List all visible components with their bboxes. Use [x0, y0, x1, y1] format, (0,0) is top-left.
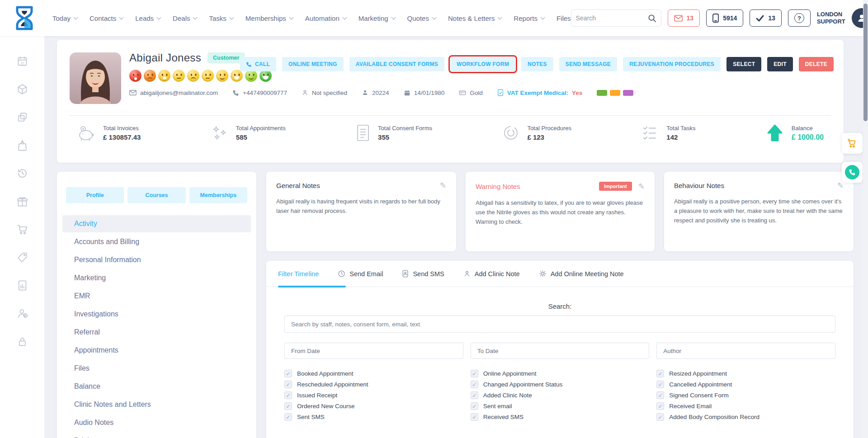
menu-item-drinks[interactable]: Drinks: [62, 432, 251, 438]
mood-emoji-3[interactable]: [158, 70, 170, 82]
menu-item-personal-information[interactable]: Personal Information: [62, 251, 251, 268]
nav-reports[interactable]: Reports: [514, 14, 544, 22]
checkbox-checked[interactable]: [284, 381, 292, 388]
package-icon[interactable]: [16, 83, 28, 95]
delete-button[interactable]: DELETE: [799, 57, 834, 71]
nav-marketing[interactable]: Marketing: [359, 14, 395, 22]
mood-emoji-4[interactable]: [173, 70, 185, 82]
mood-emoji-2[interactable]: [144, 70, 156, 82]
checkbox-checked[interactable]: [656, 381, 664, 388]
report-chart-icon[interactable]: [16, 279, 28, 292]
mood-emoji-10[interactable]: [259, 70, 272, 82]
help-button[interactable]: ?: [788, 9, 811, 27]
menu-item-balance[interactable]: Balance: [62, 378, 251, 395]
page-scrollbar[interactable]: [863, 0, 868, 438]
to-date-input[interactable]: [471, 343, 650, 359]
filter-received-email[interactable]: Received Email: [656, 402, 835, 410]
floating-cart-button[interactable]: [842, 133, 863, 154]
rejuvenation-procedures-button[interactable]: REJUVENATION PROCEDURES: [623, 57, 721, 71]
edit-pencil-icon[interactable]: ✎: [638, 183, 645, 190]
filter-added-clinic-note[interactable]: Added Clinic Note: [471, 391, 650, 399]
menu-item-activity[interactable]: Activity: [62, 215, 251, 232]
select-button[interactable]: SELECT: [726, 57, 761, 71]
mood-emoji-9[interactable]: [245, 70, 257, 82]
nav-leads[interactable]: Leads: [135, 14, 160, 22]
checkbox-checked[interactable]: [471, 381, 478, 388]
checkbox-checked[interactable]: [284, 402, 292, 410]
mood-emoji-6[interactable]: [202, 70, 214, 82]
checkbox-checked[interactable]: [284, 391, 292, 399]
checkbox-checked[interactable]: [656, 391, 664, 399]
checkbox-checked[interactable]: [656, 402, 664, 410]
notes-button[interactable]: NOTES: [521, 57, 553, 71]
search-input[interactable]: [576, 14, 648, 22]
price-tag-icon[interactable]: [16, 251, 28, 264]
tab-add-online-meeting-note[interactable]: Add Online Meeting Note: [539, 270, 624, 278]
menu-item-marketing[interactable]: Marketing: [62, 269, 251, 287]
filter-rescheduled-appointment[interactable]: Rescheduled Appointment: [284, 381, 463, 388]
checkbox-checked[interactable]: [471, 402, 478, 410]
menu-item-accounts-billing[interactable]: Accounts and Billing: [62, 233, 251, 250]
checkbox-checked[interactable]: [471, 391, 478, 399]
lock-icon[interactable]: [16, 335, 28, 348]
calendar-icon[interactable]: 12: [16, 55, 28, 67]
menu-item-files[interactable]: Files: [62, 360, 251, 377]
nav-quotes[interactable]: Quotes: [407, 14, 436, 22]
available-consent-forms-button[interactable]: AVAILABLE CONSENT FORMS: [349, 57, 444, 71]
timeline-search-input[interactable]: [284, 316, 835, 333]
tab-send-email[interactable]: Send Email: [338, 270, 383, 278]
filter-added-body-composition-record[interactable]: Added Body Composition Record: [656, 413, 835, 421]
cart-icon[interactable]: [16, 223, 28, 235]
checkbox-checked[interactable]: [284, 413, 292, 421]
edit-pencil-icon[interactable]: ✎: [440, 182, 446, 189]
search-icon[interactable]: [648, 14, 656, 23]
checkbox-checked[interactable]: [284, 370, 292, 377]
menu-item-clinic-notes-letters[interactable]: Clinic Notes and Letters: [62, 396, 251, 413]
history-icon[interactable]: [16, 167, 28, 179]
task-count-badge[interactable]: 13: [750, 9, 782, 27]
sms-count-badge[interactable]: 5914: [706, 9, 743, 27]
checkbox-checked[interactable]: [471, 370, 478, 377]
mood-emoji-5[interactable]: [187, 70, 199, 82]
support-person-icon[interactable]: [16, 307, 28, 320]
tag-purple[interactable]: [623, 90, 633, 96]
tab-courses[interactable]: Courses: [127, 187, 185, 203]
filter-sent-email[interactable]: Sent email: [471, 402, 650, 410]
filter-online-appointment[interactable]: Online Appointment: [471, 370, 650, 377]
tag-green[interactable]: [597, 90, 607, 96]
nav-deals[interactable]: Deals: [173, 14, 197, 22]
checkbox-checked[interactable]: [471, 413, 478, 421]
checkbox-checked[interactable]: [656, 413, 664, 421]
nav-files[interactable]: Files: [557, 14, 571, 22]
menu-item-referral[interactable]: Referral: [62, 324, 251, 341]
tag-orange[interactable]: [610, 90, 620, 96]
copy-icon[interactable]: [16, 111, 28, 123]
mood-emoji-1[interactable]: [129, 70, 142, 82]
filter-booked-appointment[interactable]: Booked Appointment: [284, 370, 463, 377]
menu-item-emr[interactable]: EMR: [62, 287, 251, 305]
nav-contacts[interactable]: Contacts: [90, 14, 123, 22]
nav-tasks[interactable]: Tasks: [209, 14, 233, 22]
customer-photo[interactable]: [70, 52, 121, 104]
edit-pencil-icon[interactable]: ✎: [837, 182, 844, 189]
filter-ordered-new-course[interactable]: Ordered New Course: [284, 402, 463, 410]
from-date-input[interactable]: [284, 343, 463, 359]
filter-received-sms[interactable]: Received SMS: [471, 413, 650, 421]
menu-item-audio-notes[interactable]: Audio Notes: [62, 414, 251, 431]
nav-notes-letters[interactable]: Notes & Letters: [448, 14, 501, 22]
email-count-badge[interactable]: 13: [668, 9, 700, 27]
filter-cancelled-appointment[interactable]: Cancelled Appointment: [656, 381, 835, 388]
menu-item-investigations[interactable]: Investigations: [62, 306, 251, 323]
checkbox-checked[interactable]: [656, 370, 664, 377]
order-bag-icon[interactable]: [16, 139, 28, 151]
mood-emoji-7[interactable]: [216, 70, 228, 82]
mood-emoji-8[interactable]: [231, 70, 243, 82]
menu-item-appointments[interactable]: Appointments: [62, 342, 251, 359]
tab-profile[interactable]: Profile: [66, 187, 124, 203]
edit-button[interactable]: EDIT: [767, 57, 793, 71]
floating-call-button[interactable]: [842, 162, 863, 183]
hourglass-logo-icon[interactable]: [13, 5, 36, 32]
nav-automation[interactable]: Automation: [305, 14, 346, 22]
scrollbar-thumb[interactable]: [863, 4, 868, 121]
gift-icon[interactable]: [16, 195, 28, 207]
